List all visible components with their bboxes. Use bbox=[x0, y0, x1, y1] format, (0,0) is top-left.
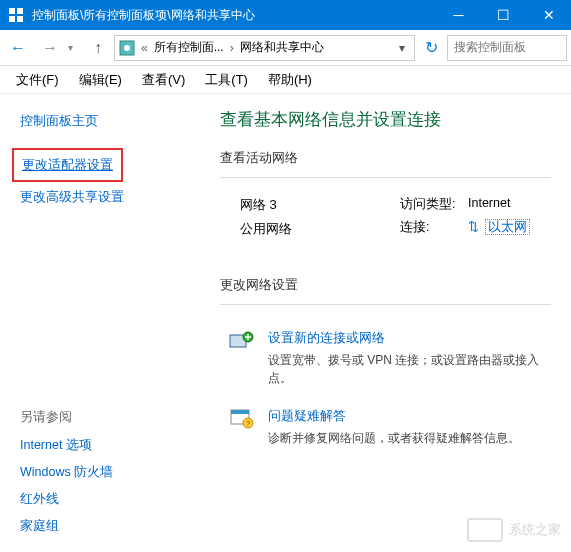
close-button[interactable]: ✕ bbox=[526, 0, 571, 30]
menu-edit[interactable]: 编辑(E) bbox=[71, 69, 130, 91]
active-networks-label: 查看活动网络 bbox=[220, 149, 551, 167]
network-name: 网络 3 bbox=[240, 196, 400, 214]
network-type: 公用网络 bbox=[240, 220, 400, 238]
chevron-icon: « bbox=[137, 41, 152, 55]
page-title: 查看基本网络信息并设置连接 bbox=[220, 108, 551, 131]
svg-rect-2 bbox=[9, 16, 15, 22]
breadcrumb-item[interactable]: 网络和共享中心 bbox=[240, 39, 324, 56]
watermark: 系统之家 bbox=[467, 518, 561, 542]
window-title: 控制面板\所有控制面板项\网络和共享中心 bbox=[32, 7, 436, 24]
menu-file[interactable]: 文件(F) bbox=[8, 69, 67, 91]
svg-rect-1 bbox=[17, 8, 23, 14]
search-placeholder: 搜索控制面板 bbox=[454, 39, 526, 56]
up-button[interactable]: ↑ bbox=[86, 36, 110, 60]
watermark-text: 系统之家 bbox=[509, 521, 561, 539]
troubleshoot-item[interactable]: ? 问题疑难解答 诊断并修复网络问题，或者获得疑难解答信息。 bbox=[220, 397, 551, 457]
app-icon bbox=[8, 7, 24, 23]
access-type-label: 访问类型: bbox=[400, 196, 460, 213]
menu-tools[interactable]: 工具(T) bbox=[197, 69, 256, 91]
maximize-button[interactable]: ☐ bbox=[481, 0, 526, 30]
sidebar-item-firewall[interactable]: Windows 防火墙 bbox=[20, 459, 200, 486]
menubar: 文件(F) 编辑(E) 查看(V) 工具(T) 帮助(H) bbox=[0, 66, 571, 94]
refresh-button[interactable]: ↻ bbox=[419, 36, 443, 60]
menu-view[interactable]: 查看(V) bbox=[134, 69, 193, 91]
sidebar-item-internet[interactable]: Internet 选项 bbox=[20, 432, 200, 459]
menu-help[interactable]: 帮助(H) bbox=[260, 69, 320, 91]
troubleshoot-title: 问题疑难解答 bbox=[268, 407, 545, 425]
setup-connection-icon bbox=[226, 329, 258, 357]
svg-text:?: ? bbox=[246, 419, 251, 428]
minimize-button[interactable]: ─ bbox=[436, 0, 481, 30]
connection-label: 连接: bbox=[400, 219, 460, 236]
network-entry: 网络 3 公用网络 访问类型: Internet 连接: ⇅ 以太网 bbox=[220, 192, 551, 246]
sidebar-item-homegroup[interactable]: 家庭组 bbox=[20, 513, 200, 540]
titlebar: 控制面板\所有控制面板项\网络和共享中心 ─ ☐ ✕ bbox=[0, 0, 571, 30]
search-input[interactable]: 搜索控制面板 bbox=[447, 35, 567, 61]
back-button[interactable]: ← bbox=[4, 34, 32, 62]
setup-connection-title: 设置新的连接或网络 bbox=[268, 329, 545, 347]
connection-link[interactable]: 以太网 bbox=[485, 219, 530, 235]
chevron-right-icon: › bbox=[226, 41, 238, 55]
sidebar-item-infrared[interactable]: 红外线 bbox=[20, 486, 200, 513]
breadcrumb[interactable]: « 所有控制面... › 网络和共享中心 ▾ bbox=[114, 35, 415, 61]
forward-button[interactable]: → bbox=[36, 34, 64, 62]
svg-rect-9 bbox=[231, 410, 249, 414]
main-panel: 查看基本网络信息并设置连接 查看活动网络 网络 3 公用网络 访问类型: Int… bbox=[200, 94, 571, 552]
change-settings-label: 更改网络设置 bbox=[220, 276, 551, 294]
breadcrumb-item[interactable]: 所有控制面... bbox=[154, 39, 224, 56]
breadcrumb-dropdown[interactable]: ▾ bbox=[394, 41, 410, 55]
control-panel-icon bbox=[119, 40, 135, 56]
sidebar-advanced-sharing[interactable]: 更改高级共享设置 bbox=[20, 182, 200, 212]
sidebar-adapter-settings[interactable]: 更改适配器设置 bbox=[12, 148, 123, 182]
setup-connection-desc: 设置宽带、拨号或 VPN 连接；或设置路由器或接入点。 bbox=[268, 351, 545, 387]
navbar: ← → ▾ ↑ « 所有控制面... › 网络和共享中心 ▾ ↻ 搜索控制面板 bbox=[0, 30, 571, 66]
setup-connection-item[interactable]: 设置新的连接或网络 设置宽带、拨号或 VPN 连接；或设置路由器或接入点。 bbox=[220, 319, 551, 397]
watermark-logo-icon bbox=[467, 518, 503, 542]
troubleshoot-icon: ? bbox=[226, 407, 258, 435]
svg-rect-3 bbox=[17, 16, 23, 22]
svg-point-5 bbox=[124, 45, 130, 51]
sidebar-see-also-label: 另请参阅 bbox=[20, 402, 200, 432]
sidebar-home[interactable]: 控制面板主页 bbox=[20, 106, 200, 136]
troubleshoot-desc: 诊断并修复网络问题，或者获得疑难解答信息。 bbox=[268, 429, 545, 447]
sidebar: 控制面板主页 更改适配器设置 更改高级共享设置 另请参阅 Internet 选项… bbox=[0, 94, 200, 552]
history-dropdown[interactable]: ▾ bbox=[68, 42, 82, 53]
access-type-value: Internet bbox=[468, 196, 510, 213]
svg-rect-0 bbox=[9, 8, 15, 14]
ethernet-icon: ⇅ bbox=[468, 219, 482, 234]
